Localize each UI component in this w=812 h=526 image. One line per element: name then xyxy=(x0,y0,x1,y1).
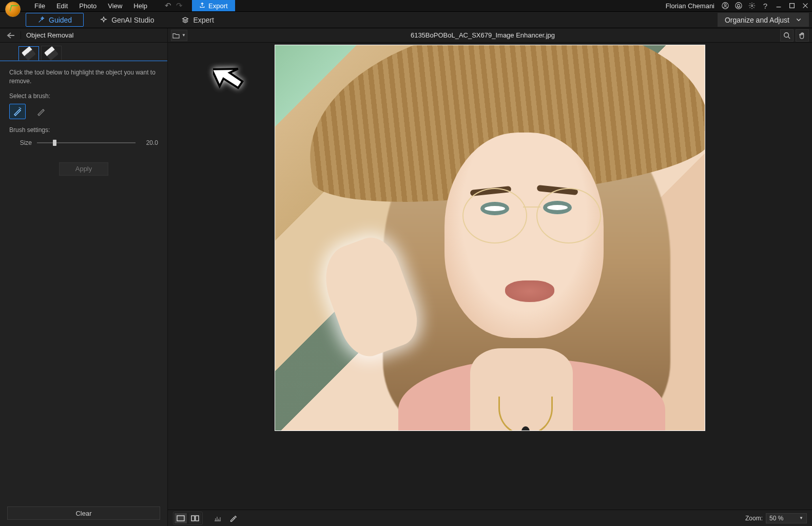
eyedropper-icon[interactable] xyxy=(227,513,239,524)
export-icon xyxy=(199,2,205,10)
manual-brush-button[interactable] xyxy=(33,104,49,119)
mode-genai[interactable]: GenAI Studio xyxy=(89,13,165,27)
menu-file[interactable]: File xyxy=(29,1,51,11)
brush-settings-label: Brush settings: xyxy=(9,126,158,134)
viewport[interactable] xyxy=(168,43,812,510)
menu-view[interactable]: View xyxy=(102,1,128,11)
redo-button[interactable]: ↷ xyxy=(173,1,185,11)
brush-icon xyxy=(22,46,36,61)
pan-tool-button[interactable] xyxy=(796,29,809,42)
maximize-button[interactable] xyxy=(786,0,798,11)
user-name[interactable]: Florian Chemani xyxy=(666,2,714,10)
canvas-header: ▼ 6135BoPOBoL_AC_SX679_Image Enhancer.jp… xyxy=(168,28,812,43)
svg-point-5 xyxy=(784,32,789,37)
single-view-button[interactable] xyxy=(175,513,187,523)
menu-edit[interactable]: Edit xyxy=(51,1,73,11)
back-button[interactable] xyxy=(4,30,17,41)
mode-expert[interactable]: Expert xyxy=(170,13,225,27)
layers-icon xyxy=(182,16,189,24)
select-brush-label: Select a brush: xyxy=(9,92,158,100)
panel-body: Click the tool below to highlight the ob… xyxy=(0,61,167,183)
bell-icon[interactable] xyxy=(733,0,744,11)
zoom-select[interactable]: 50 % ▼ xyxy=(766,513,807,523)
organize-adjust-button[interactable]: Organize and Adjust xyxy=(718,13,809,27)
eraser-icon xyxy=(44,46,59,60)
menu-photo[interactable]: Photo xyxy=(73,1,102,11)
filename: 6135BoPOBoL_AC_SX679_Image Enhancer.jpg xyxy=(187,31,778,39)
svg-point-3 xyxy=(751,5,753,7)
size-slider[interactable] xyxy=(37,138,136,148)
clear-button[interactable]: Clear xyxy=(7,506,160,520)
user-icon[interactable] xyxy=(720,0,731,11)
minimize-button[interactable] xyxy=(773,0,784,11)
sidebar: Object Removal Click the tool below to h… xyxy=(0,28,168,526)
tool-tab-eraser[interactable] xyxy=(41,46,62,60)
svg-point-2 xyxy=(736,3,742,9)
panel-header: Object Removal xyxy=(0,28,167,43)
sparkle-icon xyxy=(100,16,107,24)
folder-dropdown[interactable]: ▼ xyxy=(171,30,187,41)
svg-rect-7 xyxy=(191,516,195,521)
wand-icon xyxy=(37,16,45,24)
smart-brush-button[interactable] xyxy=(9,104,26,119)
chevron-down-icon xyxy=(796,16,802,24)
export-label: Export xyxy=(208,2,228,10)
compare-view-button[interactable] xyxy=(189,513,201,523)
histogram-icon[interactable] xyxy=(212,513,223,524)
footer: Zoom: 50 % ▼ xyxy=(168,510,812,526)
menubar: File Edit Photo View Help ↶ ↷ Export Flo… xyxy=(0,0,812,11)
view-toggle xyxy=(173,512,203,525)
tool-tab-brush[interactable] xyxy=(18,46,39,61)
help-icon[interactable]: ? xyxy=(760,0,771,11)
menu-help[interactable]: Help xyxy=(128,1,153,11)
chevron-down-icon: ▼ xyxy=(799,516,803,520)
mode-guided[interactable]: Guided xyxy=(26,13,84,27)
panel-title: Object Removal xyxy=(21,31,73,39)
size-label: Size xyxy=(9,139,32,146)
main: Object Removal Click the tool below to h… xyxy=(0,28,812,526)
zoom-label: Zoom: xyxy=(745,515,763,522)
chevron-down-icon: ▼ xyxy=(182,33,186,37)
size-value: 20.0 xyxy=(141,139,158,146)
tool-tabs xyxy=(0,43,167,61)
export-button[interactable]: Export xyxy=(192,0,235,11)
svg-point-1 xyxy=(724,4,726,6)
gear-icon[interactable] xyxy=(746,0,758,11)
svg-rect-4 xyxy=(790,4,795,8)
svg-rect-6 xyxy=(177,516,184,521)
canvas-area: ▼ 6135BoPOBoL_AC_SX679_Image Enhancer.jp… xyxy=(168,28,812,526)
cursor-arrow-overlay xyxy=(213,57,253,99)
panel-instruction: Click the tool below to highlight the ob… xyxy=(9,68,158,86)
photo-canvas[interactable] xyxy=(275,45,705,431)
modebar: Guided GenAI Studio Expert Organize and … xyxy=(0,11,812,28)
undo-button[interactable]: ↶ xyxy=(162,1,173,11)
close-button[interactable] xyxy=(800,0,811,11)
zoom-tool-button[interactable] xyxy=(780,29,794,42)
svg-rect-8 xyxy=(196,516,199,521)
app-logo xyxy=(5,2,21,17)
apply-button[interactable]: Apply xyxy=(59,162,108,176)
